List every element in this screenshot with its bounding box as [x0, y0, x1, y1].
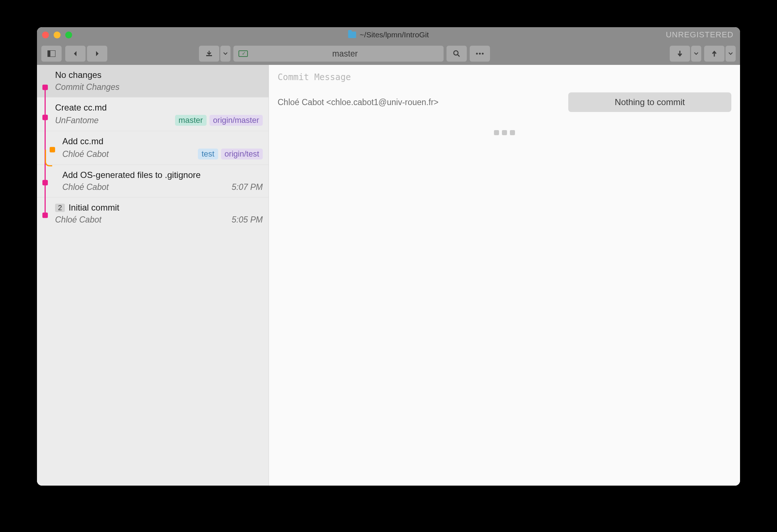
commit-row[interactable]: 2 Initial commit Chloé Cabot 5:05 PM	[37, 198, 269, 230]
toolbar-center: master	[199, 46, 490, 62]
pull-menu-button[interactable]	[691, 46, 701, 62]
more-button[interactable]	[470, 46, 490, 62]
svg-point-6	[479, 53, 481, 55]
graph-node-icon	[42, 180, 48, 185]
arrow-down-icon	[677, 50, 683, 57]
traffic-lights	[42, 32, 72, 38]
commit-tags: test origin/test	[198, 149, 263, 159]
commit-message-input[interactable]: Commit Message	[278, 72, 731, 82]
dot-icon	[510, 130, 515, 135]
branch-tag: origin/master	[209, 115, 263, 126]
graph-curve	[45, 150, 52, 166]
commit-time: 5:05 PM	[232, 215, 263, 225]
commit-author: Chloé Cabot	[62, 149, 109, 159]
ref-count-badge: 2	[55, 204, 65, 212]
minimize-window-button[interactable]	[54, 32, 61, 38]
chevron-down-icon	[728, 52, 733, 55]
commit-tags: master origin/master	[175, 115, 263, 126]
window-title: ~/Sites/lpmn/IntroGit	[348, 30, 429, 39]
folder-icon	[348, 32, 356, 38]
commit-title: Add cc.md	[62, 136, 263, 146]
commit-subtitle: Commit Changes	[55, 82, 120, 92]
commit-row[interactable]: Add OS-generated files to .gitignore Chl…	[37, 165, 269, 198]
maximize-window-button[interactable]	[65, 32, 72, 38]
arrow-up-icon	[711, 50, 717, 57]
commit-title: Add OS-generated files to .gitignore	[62, 170, 263, 180]
svg-rect-2	[206, 55, 212, 56]
pull-button[interactable]	[670, 46, 690, 62]
push-menu-button[interactable]	[726, 46, 736, 62]
svg-point-7	[482, 53, 484, 55]
commit-row[interactable]: Create cc.md UnFantome master origin/mas…	[37, 97, 269, 131]
unregistered-label: UNREGISTERED	[666, 30, 734, 40]
push-button[interactable]	[704, 46, 724, 62]
branch-tag: master	[175, 115, 207, 126]
branch-selector[interactable]: master	[233, 46, 444, 62]
back-button[interactable]	[65, 46, 86, 62]
search-icon	[453, 50, 461, 58]
commit-list: No changes Commit Changes Create cc.md U…	[37, 65, 269, 486]
commit-author: Chloé Cabot	[55, 215, 101, 225]
graph-line	[45, 97, 46, 132]
commit-time: 5:07 PM	[232, 182, 263, 192]
titlebar: ~/Sites/lpmn/IntroGit UNREGISTERED	[37, 27, 740, 42]
commit-button[interactable]: Nothing to commit	[568, 92, 731, 112]
graph-node-icon	[42, 212, 48, 218]
commit-author-field[interactable]: Chloé Cabot <chloe.cabot1@univ-rouen.fr>	[278, 97, 439, 107]
commit-title: No changes	[55, 70, 263, 80]
toggle-sidebar-button[interactable]	[41, 46, 62, 62]
stash-menu-button[interactable]	[220, 46, 230, 62]
loading-dots	[278, 130, 731, 135]
svg-rect-1	[47, 50, 50, 57]
forward-button[interactable]	[87, 46, 107, 62]
commit-row[interactable]: No changes Commit Changes	[37, 65, 269, 97]
graph-line	[45, 87, 46, 98]
more-icon	[475, 52, 484, 55]
author-row: Chloé Cabot <chloe.cabot1@univ-rouen.fr>…	[278, 92, 731, 112]
dot-icon	[494, 130, 499, 135]
search-button[interactable]	[446, 46, 467, 62]
chevron-left-icon	[73, 50, 78, 57]
terminal-icon	[238, 50, 248, 57]
commit-author: Chloé Cabot	[62, 182, 109, 192]
branch-name: master	[252, 49, 439, 59]
dot-icon	[502, 130, 507, 135]
svg-point-5	[476, 53, 478, 55]
svg-point-3	[454, 51, 458, 55]
branch-tag: test	[198, 149, 218, 159]
commit-row[interactable]: Add cc.md Chloé Cabot test origin/test	[37, 131, 269, 165]
main-panel: Commit Message Chloé Cabot <chloe.cabot1…	[269, 65, 740, 486]
chevron-down-icon	[223, 52, 228, 55]
graph-node-icon	[42, 115, 48, 120]
stash-icon	[205, 50, 213, 57]
branch-tag: origin/test	[221, 149, 263, 159]
svg-line-4	[458, 55, 460, 57]
close-window-button[interactable]	[42, 32, 49, 38]
repo-path: ~/Sites/lpmn/IntroGit	[360, 30, 429, 39]
commit-author: UnFantome	[55, 116, 99, 125]
commit-title: Create cc.md	[55, 103, 263, 113]
toolbar: master	[37, 42, 740, 65]
stash-button[interactable]	[199, 46, 219, 62]
chevron-down-icon	[694, 52, 698, 55]
graph-line	[45, 197, 46, 215]
body: No changes Commit Changes Create cc.md U…	[37, 65, 740, 486]
sidebar-icon	[47, 50, 55, 57]
app-window: ~/Sites/lpmn/IntroGit UNREGISTERED	[37, 27, 740, 486]
commit-title: Initial commit	[68, 203, 119, 213]
chevron-right-icon	[95, 50, 100, 57]
